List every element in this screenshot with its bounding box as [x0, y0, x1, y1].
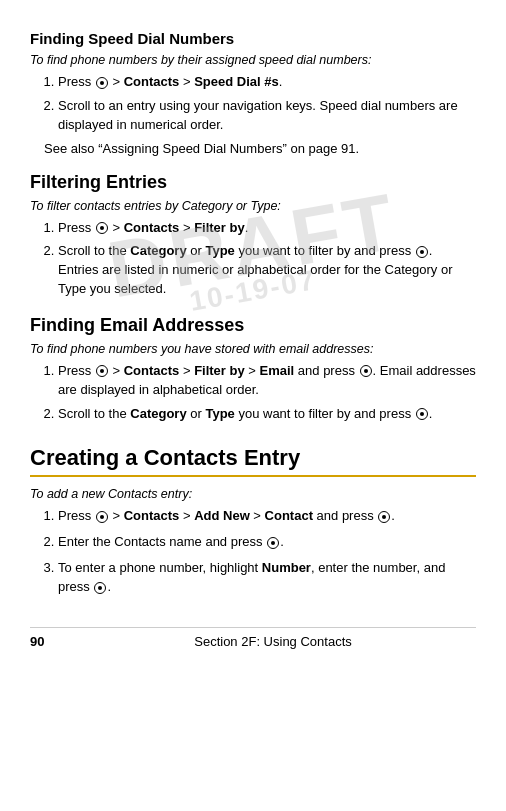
creating-contacts-section: Creating a Contacts Entry To add a new C… — [30, 445, 476, 596]
nav-icon — [416, 408, 428, 420]
nav-icon — [416, 246, 428, 258]
nav-icon — [96, 222, 108, 234]
finding-email-steps: Press > Contacts > Filter by > Email and… — [58, 362, 476, 424]
list-item: Press > Contacts > Speed Dial #s. — [58, 73, 476, 92]
finding-speed-dial-heading: Finding Speed Dial Numbers — [30, 30, 476, 47]
footer-page-number: 90 — [30, 634, 70, 649]
nav-icon — [360, 365, 372, 377]
creating-contacts-steps: Press > Contacts > Add New > Contact and… — [58, 507, 476, 596]
page-footer: 90 Section 2F: Using Contacts — [30, 627, 476, 649]
list-item: Scroll to the Category or Type you want … — [58, 242, 476, 299]
filtering-entries-steps: Press > Contacts > Filter by. Scroll to … — [58, 219, 476, 299]
filtering-entries-section: Filtering Entries To filter contacts ent… — [30, 172, 476, 299]
finding-speed-dial-steps: Press > Contacts > Speed Dial #s. Scroll… — [58, 73, 476, 135]
finding-speed-dial-intro: To find phone numbers by their assigned … — [30, 53, 476, 67]
filtering-entries-intro: To filter contacts entries by Category o… — [30, 199, 476, 213]
nav-icon — [96, 511, 108, 523]
finding-email-section: Finding Email Addresses To find phone nu… — [30, 315, 476, 424]
list-item: Scroll to the Category or Type you want … — [58, 405, 476, 424]
finding-email-heading: Finding Email Addresses — [30, 315, 476, 336]
nav-icon — [378, 511, 390, 523]
creating-contacts-intro: To add a new Contacts entry: — [30, 487, 476, 501]
page-content: DRAFT 10-19-07 Finding Speed Dial Number… — [0, 0, 506, 669]
list-item: Press > Contacts > Filter by > Email and… — [58, 362, 476, 400]
nav-icon — [96, 365, 108, 377]
list-item: Press > Contacts > Add New > Contact and… — [58, 507, 476, 526]
list-item: To enter a phone number, highlight Numbe… — [58, 559, 476, 597]
nav-icon — [267, 537, 279, 549]
list-item: Enter the Contacts name and press . — [58, 533, 476, 552]
nav-icon — [96, 77, 108, 89]
see-also-text: See also “Assigning Speed Dial Numbers” … — [44, 141, 476, 156]
footer-section-text: Section 2F: Using Contacts — [70, 634, 476, 649]
list-item: Scroll to an entry using your navigation… — [58, 97, 476, 135]
finding-speed-dial-section: Finding Speed Dial Numbers To find phone… — [30, 30, 476, 156]
creating-contacts-heading: Creating a Contacts Entry — [30, 445, 476, 477]
nav-icon — [94, 582, 106, 594]
finding-email-intro: To find phone numbers you have stored wi… — [30, 342, 476, 356]
filtering-entries-heading: Filtering Entries — [30, 172, 476, 193]
list-item: Press > Contacts > Filter by. — [58, 219, 476, 238]
